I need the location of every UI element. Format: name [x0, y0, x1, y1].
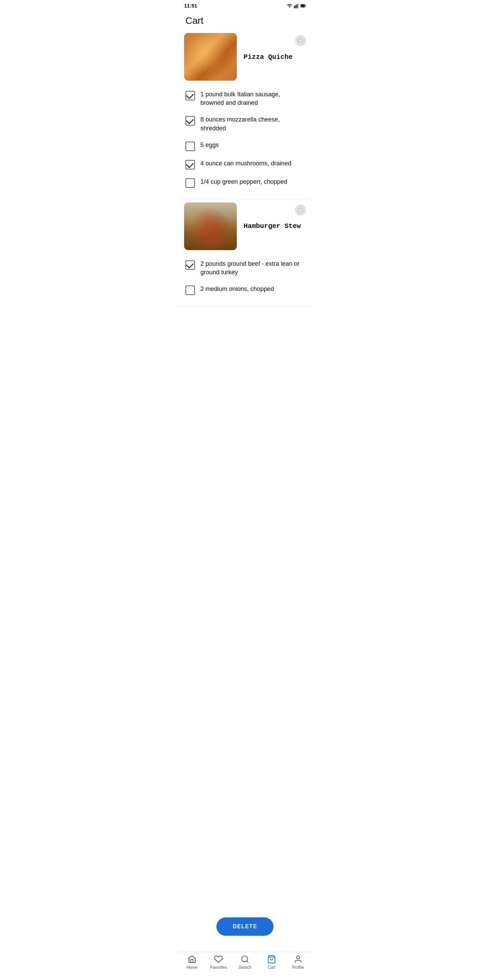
- status-time: 11:51: [184, 3, 197, 8]
- recipe-image-hamburger-stew: [184, 202, 237, 250]
- recipe-header-hamburger-stew: Hamburger Stew: [179, 202, 311, 250]
- ingredient-row: 2 medium onions, chopped: [179, 281, 311, 299]
- svg-rect-6: [301, 5, 304, 6]
- ingredient-text-2: 5 eggs: [200, 141, 219, 150]
- close-icon: [298, 207, 304, 213]
- ingredient-row: 4 ounce can mushrooms, drained: [179, 155, 311, 173]
- recipe-header-pizza-quiche: Pizza Quiche: [179, 33, 311, 81]
- ingredient-checkbox-0[interactable]: [185, 91, 195, 100]
- ingredient-checkbox-2[interactable]: [185, 142, 195, 151]
- ingredient-text-1: 8 ounces mozzarella cheese, shredded: [200, 115, 305, 132]
- svg-rect-5: [305, 5, 305, 6]
- ingredient-checkbox-4[interactable]: [185, 178, 195, 188]
- ingredient-row: 2 pounds ground beef - extra lean or gro…: [179, 256, 311, 281]
- ingredient-row: 5 eggs: [179, 137, 311, 155]
- ingredient-checkbox-3[interactable]: [185, 160, 195, 169]
- svg-rect-0: [294, 6, 295, 8]
- ingredient-text-0: 1 pound bulk Italian sausage, browned an…: [200, 90, 305, 107]
- remove-pizza-quiche-button[interactable]: [295, 35, 306, 46]
- status-icons: [287, 3, 306, 8]
- svg-rect-2: [297, 4, 298, 8]
- page-title: Cart: [179, 10, 311, 33]
- ingredient-text-3: 4 ounce can mushrooms, drained: [200, 159, 291, 168]
- wifi-icon: [287, 3, 292, 8]
- signal-icon: [294, 3, 299, 8]
- ingredient-row: 1 pound bulk Italian sausage, browned an…: [179, 86, 311, 111]
- recipe-card-pizza-quiche: Pizza Quiche 1 pound bulk Italian sausag…: [179, 33, 311, 199]
- scroll-content: Pizza Quiche 1 pound bulk Italian sausag…: [179, 33, 311, 350]
- recipe-card-hamburger-stew: Hamburger Stew 2 pounds ground beef - ex…: [179, 202, 311, 306]
- ingredient-text-6: 2 medium onions, chopped: [200, 285, 274, 293]
- remove-hamburger-stew-button[interactable]: [295, 205, 306, 215]
- ingredient-text-5: 2 pounds ground beef - extra lean or gro…: [200, 259, 305, 277]
- recipe-title-hamburger-stew: Hamburger Stew: [243, 222, 306, 230]
- ingredient-checkbox-5[interactable]: [185, 260, 195, 270]
- recipe-title-pizza-quiche: Pizza Quiche: [243, 53, 306, 61]
- svg-rect-3: [298, 3, 299, 8]
- ingredient-row: 8 ounces mozzarella cheese, shredded: [179, 111, 311, 137]
- recipe-image-pizza-quiche: [184, 33, 237, 81]
- close-icon: [298, 37, 304, 43]
- svg-rect-1: [295, 5, 296, 8]
- battery-icon: [301, 3, 306, 8]
- ingredient-checkbox-1[interactable]: [185, 116, 195, 126]
- status-bar: 11:51: [179, 0, 311, 10]
- ingredient-text-4: 1/4 cup green pepperr, chopped: [200, 178, 287, 186]
- ingredient-checkbox-6[interactable]: [185, 285, 195, 295]
- ingredient-row: 1/4 cup green pepperr, chopped: [179, 173, 311, 192]
